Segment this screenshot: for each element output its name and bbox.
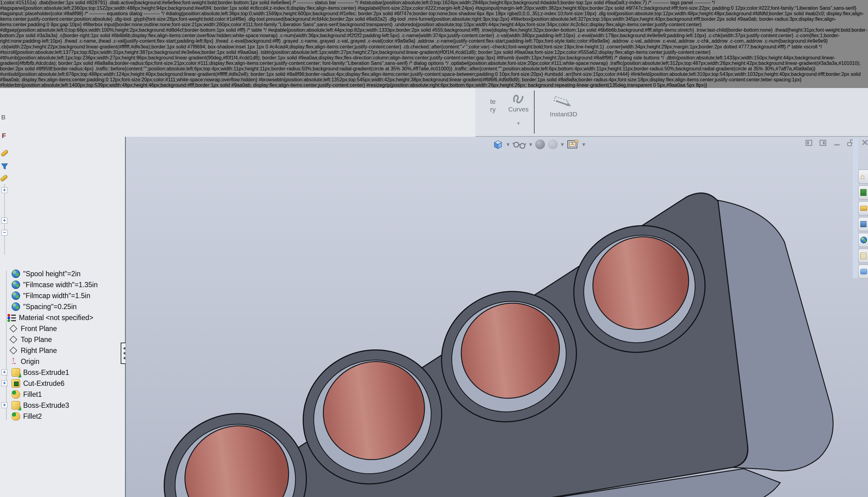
appearance-dropdown-arrow[interactable]: ▾ bbox=[561, 141, 564, 148]
clipped-toolbar-glyph: B bbox=[1, 114, 5, 121]
global-variable-icon bbox=[12, 270, 20, 278]
custom-properties-note-icon[interactable] bbox=[858, 249, 868, 263]
clipped-expand-box[interactable]: + bbox=[1, 218, 7, 224]
clipped-expand-box[interactable]: + bbox=[1, 187, 7, 193]
tree-item-top-plane[interactable]: Top Plane bbox=[0, 334, 126, 345]
plane-icon bbox=[9, 335, 18, 344]
tree-item-label: Top Plane bbox=[21, 336, 52, 344]
tree-item-fillet2[interactable]: Fillet2 bbox=[0, 411, 126, 422]
ribbon-divider bbox=[534, 90, 535, 134]
expand-icon[interactable]: + bbox=[1, 380, 7, 386]
fillet-icon bbox=[12, 390, 20, 399]
instant3d-button[interactable]: Instant3D bbox=[541, 95, 587, 118]
close-icon[interactable]: ✕ bbox=[859, 138, 868, 148]
tree-item-label: Boss-Extrude1 bbox=[23, 369, 69, 377]
tree-item-global-spacing[interactable]: "Spacing"=0.25in bbox=[0, 301, 126, 312]
tree-item-cut-extrude6[interactable]: + Cut-Extrude6 bbox=[0, 378, 126, 389]
curves-icon bbox=[512, 92, 525, 104]
tree-item-label: Boss-Extrude3 bbox=[23, 401, 69, 410]
instant3d-icon bbox=[553, 95, 574, 109]
tree-item-label: Fillet1 bbox=[23, 390, 42, 399]
shaded-sphere-icon[interactable] bbox=[535, 140, 545, 149]
solidworks-window: Z X Y te ry Curves ▼ Instant3D bbox=[0, 88, 868, 497]
tree-item-label: Right Plane bbox=[21, 346, 57, 355]
heads-up-view-toolbar: ▾ ▾ ▾ ▾ bbox=[493, 137, 585, 151]
tree-item-boss-extrude1[interactable]: + Boss-Extrude1 bbox=[0, 367, 126, 378]
plane-icon bbox=[9, 324, 18, 333]
curves-dropdown-arrow[interactable]: ▼ bbox=[505, 121, 532, 126]
tree-item-global-spool-height[interactable]: "Spool height"=2in bbox=[0, 268, 126, 279]
apply-scene-icon[interactable] bbox=[567, 139, 579, 150]
clipped-ribbon-label: te ry bbox=[490, 98, 496, 114]
display-style-glasses-icon[interactable] bbox=[513, 140, 526, 149]
edit-appearance-ball-icon[interactable] bbox=[548, 140, 558, 149]
tree-item-global-filmcase-width[interactable]: "Filmcase width"=1.35in bbox=[0, 279, 126, 290]
tree-item-origin[interactable]: Origin bbox=[0, 356, 126, 367]
clipped-collapse-box[interactable]: − bbox=[1, 230, 7, 236]
tree-item-label: Origin bbox=[21, 357, 39, 366]
clipped-tool-icon bbox=[0, 149, 9, 157]
split-left-icon[interactable] bbox=[803, 138, 814, 148]
global-variable-icon bbox=[12, 292, 20, 300]
tree-item-label: "Filmcap width"=1.5in bbox=[23, 292, 90, 300]
tree-item-label: Fillet2 bbox=[23, 412, 42, 421]
plane-icon bbox=[9, 346, 18, 355]
appearances-globe-icon[interactable] bbox=[858, 233, 868, 247]
curves-label: Curves bbox=[508, 106, 529, 113]
global-variable-icon bbox=[12, 302, 20, 311]
design-library-book-icon[interactable] bbox=[858, 185, 868, 199]
tree-item-label: Cut-Extrude6 bbox=[23, 380, 65, 388]
view-palette-icon[interactable] bbox=[858, 217, 868, 231]
display-style-dropdown-arrow[interactable]: ▾ bbox=[529, 141, 532, 148]
file-explorer-folder-icon[interactable] bbox=[858, 201, 868, 215]
clipped-featuremanager-glyph: F bbox=[2, 132, 6, 140]
panel-collapse-handle[interactable] bbox=[121, 343, 126, 364]
expand-icon[interactable]: + bbox=[1, 369, 7, 375]
curves-button[interactable]: Curves ▼ bbox=[505, 92, 532, 126]
graphics-viewport[interactable] bbox=[126, 137, 868, 497]
command-manager-ribbon: te ry Curves ▼ Instant3D bbox=[476, 88, 868, 137]
feature-manager-tree: B F + + − "Spool height"=2in "Filmcase w… bbox=[0, 88, 126, 497]
boss-extrude-icon bbox=[12, 368, 20, 377]
split-right-icon[interactable] bbox=[817, 138, 828, 148]
tree-item-label: "Spacing"=0.25in bbox=[23, 303, 77, 311]
forum-chat-icon[interactable] bbox=[858, 265, 868, 279]
resources-home-icon[interactable]: ⌂ bbox=[858, 170, 868, 184]
cut-extrude-icon bbox=[12, 379, 20, 388]
task-pane-tabs: ⌂ bbox=[858, 170, 868, 281]
task-pane-strip bbox=[853, 138, 858, 278]
tree-item-front-plane[interactable]: Front Plane bbox=[0, 323, 126, 334]
panel-splitter[interactable] bbox=[125, 137, 126, 497]
tree-item-label: Material <not specified> bbox=[19, 314, 93, 322]
tree-item-global-filmcap-width[interactable]: "Filmcap width"=1.5in bbox=[0, 290, 126, 301]
view-orientation-dropdown-arrow[interactable]: ▾ bbox=[507, 141, 510, 148]
scene-dropdown-arrow[interactable]: ▾ bbox=[582, 141, 585, 148]
minimize-icon[interactable] bbox=[831, 138, 842, 148]
fillet-icon bbox=[12, 412, 20, 421]
tree-item-label: "Spool height"=2in bbox=[23, 270, 81, 278]
instant3d-label: Instant3D bbox=[550, 111, 577, 117]
tree-item-material[interactable]: Material <not specified> bbox=[0, 312, 126, 323]
tree-item-boss-extrude3[interactable]: + Boss-Extrude3 bbox=[0, 400, 126, 411]
boss-extrude-icon bbox=[12, 401, 20, 410]
origin-icon bbox=[9, 357, 18, 366]
global-variable-icon bbox=[12, 281, 20, 289]
expand-icon[interactable]: + bbox=[1, 402, 7, 408]
clipped-filter-icon bbox=[1, 163, 8, 170]
tree-item-fillet1[interactable]: Fillet1 bbox=[0, 389, 126, 400]
document-window-controls: ✕ bbox=[803, 138, 868, 148]
clipped-tool-icon bbox=[0, 174, 8, 182]
view-orientation-cube-icon[interactable] bbox=[493, 139, 504, 150]
tree-item-label: "Filmcase width"=1.35in bbox=[23, 281, 98, 289]
material-icon bbox=[7, 313, 16, 322]
tree-item-label: Front Plane bbox=[21, 325, 57, 333]
tree-item-right-plane[interactable]: Right Plane bbox=[0, 345, 126, 356]
